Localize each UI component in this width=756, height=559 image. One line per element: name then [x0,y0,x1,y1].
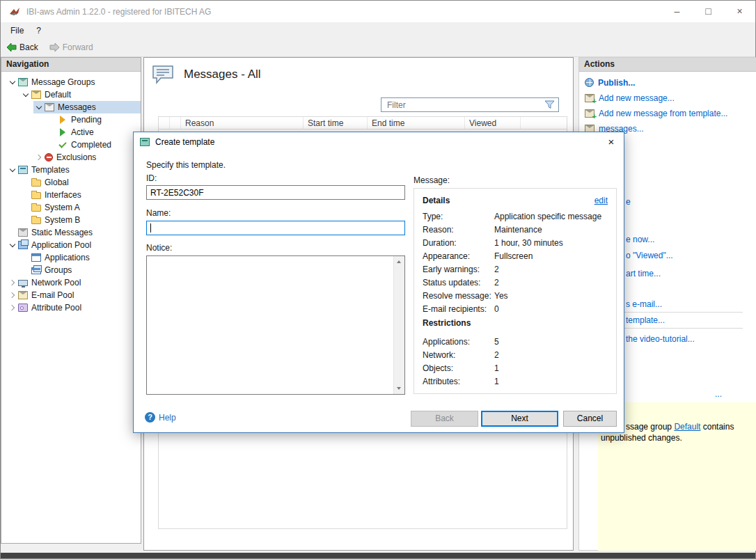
filter-icon[interactable] [544,100,555,109]
detail-label: Objects: [423,363,494,373]
chevron-right-icon[interactable] [7,290,18,301]
expander-spacer [20,202,31,213]
back-button[interactable]: Back [1,41,44,54]
detail-value: 2 [494,350,616,360]
back-dialog-button[interactable]: Back [411,411,478,427]
chevron-down-icon[interactable] [33,102,45,113]
help-link[interactable]: Help [145,412,176,423]
detail-value: 5 [494,337,616,347]
tree-item-static-messages[interactable]: Static Messages [1,226,141,239]
tree-item-network-pool[interactable]: Network Pool [1,276,141,289]
tree-item-label: Interfaces [45,190,81,200]
tree-item-label: Templates [31,165,70,175]
action-fragment[interactable]: the video-tutorial... [626,334,695,344]
tree-item-application-pool[interactable]: Application Pool [1,239,141,251]
chevron-right-icon[interactable] [33,152,45,163]
action-fragment[interactable]: e [626,197,631,207]
tree-item-applications[interactable]: Applications [1,251,141,264]
detail-value: Maintenance [494,225,616,235]
name-field[interactable] [146,221,405,235]
navigation-header: Navigation [1,58,141,72]
detail-row: Attributes:1 [414,375,616,388]
forward-button[interactable]: Forward [44,41,99,54]
column-header-viewed[interactable]: Viewed [465,117,521,129]
filter-input[interactable] [381,100,544,110]
tree-item-system-a[interactable]: System A [1,201,141,214]
detail-row: Appearance:Fullscreen [414,249,616,262]
scroll-up-icon[interactable] [394,256,404,267]
detail-label: Appearance: [423,251,494,261]
next-button[interactable]: Next [481,411,558,427]
expander-spacer [20,189,31,200]
column-header-start-time[interactable]: Start time [304,117,368,129]
chevron-down-icon[interactable] [7,164,18,175]
chevron-down-icon[interactable] [7,77,18,88]
static-messages-icon [18,228,28,237]
tree-item-e-mail-pool[interactable]: E-mail Pool [1,289,141,301]
tree-item-interfaces[interactable]: Interfaces [1,189,141,201]
message-label: Message: [414,175,450,185]
action-fragment[interactable]: art time... [626,269,661,278]
tree-item-completed[interactable]: Completed [1,139,141,151]
action-fragment[interactable]: template... [626,315,665,325]
detail-label: Duration: [423,238,494,248]
action-fragment[interactable]: o "Viewed"... [626,251,673,260]
menu-bar: File ? [1,22,755,38]
dialog-close-button[interactable]: × [599,132,624,152]
column-header[interactable] [159,117,170,129]
chevron-right-icon[interactable] [7,302,18,313]
tree-item-global[interactable]: Global [1,176,141,189]
menu-file[interactable]: File [4,24,30,38]
close-button[interactable]: × [724,1,755,22]
column-header-reason[interactable]: Reason [181,117,304,129]
cancel-button[interactable]: Cancel [563,411,617,427]
edit-link[interactable]: edit [594,196,608,205]
tree-item-groups[interactable]: Groups [1,264,141,276]
tree-item-active[interactable]: Active [1,126,141,139]
toolbar: Back Forward [1,38,755,57]
id-label: ID: [146,173,157,183]
action-add-message-from-template[interactable]: Add new message from template... [585,108,727,118]
tree-item-label: Global [45,178,69,187]
chevron-down-icon[interactable] [20,89,31,100]
action-fragment[interactable]: e now... [626,235,654,244]
detail-row: Status updates:2 [414,276,616,289]
actions-overflow[interactable]: ... [715,389,722,399]
tree-item-label: Application Pool [31,240,91,250]
column-header-end-time[interactable]: End time [368,117,465,129]
default-group-link[interactable]: Default [674,422,700,432]
scrollbar[interactable] [393,256,404,394]
minimize-button[interactable]: – [661,1,693,22]
window-title: IBI-aws Admin 1.22.0 - registered for IB… [26,7,211,17]
action-publish[interactable]: Publish... [585,77,635,88]
restrictions-header: Restrictions [423,318,471,328]
notice-line-2: unpublished changes. [601,433,682,443]
applications-icon [31,253,41,262]
tree-item-messages[interactable]: Messages [1,101,141,113]
folder-icon [31,217,41,224]
id-field[interactable] [146,185,405,200]
message-details-panel: Details edit Type:Application specific m… [414,188,617,394]
column-header[interactable] [170,117,181,129]
notice-label: Notice: [146,243,172,253]
menu-help[interactable]: ? [30,24,47,38]
detail-row: Applications:5 [414,335,616,348]
tree-item-system-b[interactable]: System B [1,214,141,226]
tree-item-attribute-pool[interactable]: Attribute Pool [1,301,141,314]
detail-row: Type:Application specific message [414,210,616,223]
tree-item-message-groups[interactable]: Message Groups [1,76,141,88]
chevron-down-icon[interactable] [7,239,18,251]
back-label: Back [19,42,38,52]
chevron-right-icon[interactable] [7,277,18,288]
action-fragment[interactable]: s e-mail... [626,299,662,309]
scroll-down-icon[interactable] [394,383,404,394]
detail-value: 0 [494,304,616,314]
action-add-new-message[interactable]: Add new message... [585,93,675,103]
notice-field[interactable] [146,255,405,395]
detail-label: Early warnings: [423,265,494,274]
tree-item-exclusions[interactable]: Exclusions [1,151,141,164]
tree-item-default[interactable]: Default [1,88,141,101]
tree-item-pending[interactable]: Pending [1,113,141,126]
tree-item-templates[interactable]: Templates [1,164,141,176]
maximize-button[interactable]: □ [693,1,724,22]
